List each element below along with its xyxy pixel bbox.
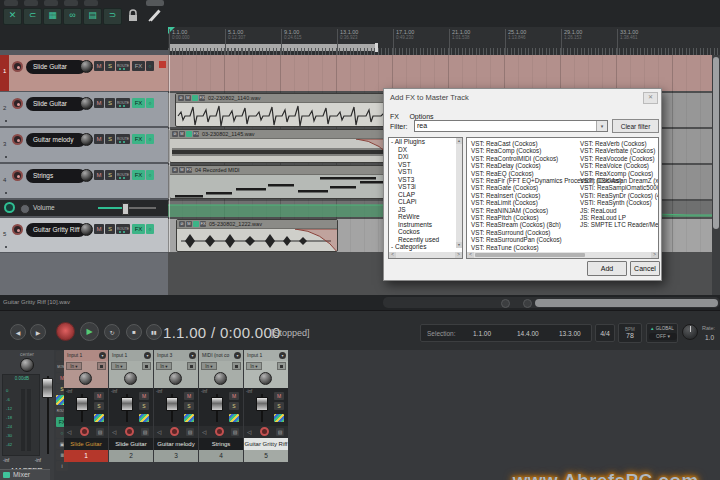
item-lock-icon[interactable]: ⊘: [178, 95, 184, 101]
zoom-out-button[interactable]: [501, 299, 510, 308]
solo-button[interactable]: S: [184, 402, 194, 410]
solo-button[interactable]: S: [139, 402, 149, 410]
input-select[interactable]: Input 1▾: [244, 350, 288, 361]
scrollbar-thumb[interactable]: [535, 299, 718, 307]
track-name[interactable]: Guitar Gritty Riff: [26, 223, 86, 237]
clear-filter-button[interactable]: Clear filter: [612, 119, 659, 133]
pan-knob[interactable]: [80, 223, 93, 236]
pan-knob[interactable]: [80, 97, 93, 110]
strip-name[interactable]: Guitar Gritty Riff: [244, 438, 288, 450]
bpm-box[interactable]: BPM 78: [618, 323, 642, 343]
scroll-left-icon[interactable]: <: [389, 252, 396, 258]
route-button[interactable]: ROUTE: [116, 224, 130, 234]
solo-button[interactable]: S: [105, 98, 115, 108]
fx-button[interactable]: FX: [132, 170, 145, 180]
plugin-entry[interactable]: VST: ReaVerb (Cockos): [580, 140, 659, 147]
global-automation-box[interactable]: ▲ GLOBAL OFF ▾: [646, 323, 678, 343]
rate-value[interactable]: 1.0: [705, 334, 714, 341]
mute-button[interactable]: M: [274, 392, 284, 400]
track-name[interactable]: Slide Guitar: [26, 97, 86, 111]
arrange-vertical-scrollbar[interactable]: [712, 55, 720, 295]
in-button[interactable]: In ▾: [246, 362, 262, 370]
plugin-list[interactable]: VST: ReaCast (Cockos) VST: ReaComp (Cock…: [466, 137, 659, 259]
monitor-icon[interactable]: ◁: [112, 429, 116, 435]
pencil-tool-icon[interactable]: [147, 8, 162, 27]
route-button[interactable]: ROUTE: [116, 98, 130, 108]
fx-button[interactable]: FX: [132, 98, 145, 108]
tree-item[interactable]: Instruments: [389, 221, 462, 229]
ripple-edit-icon[interactable]: ▤: [83, 8, 102, 25]
strip-name[interactable]: Strings: [199, 438, 243, 450]
lock-icon[interactable]: [126, 8, 140, 27]
route-button[interactable]: ROUTE: [116, 134, 130, 144]
plugin-entry[interactable]: VSTi: ReaSynDr (Cockos) (4 out): [580, 192, 659, 199]
plugin-entry[interactable]: VST: ReaSurround (Cockos): [471, 229, 622, 236]
input-select[interactable]: MIDI (not co▾: [199, 350, 243, 361]
solo-button[interactable]: S: [105, 170, 115, 180]
pan-knob[interactable]: [259, 372, 272, 385]
media-item-audio-2[interactable]: ⊘MFX03-230802_1145.wav: [169, 129, 395, 163]
envelope-knob[interactable]: [20, 204, 30, 214]
close-icon[interactable]: ✕: [643, 92, 658, 104]
item-group-icon[interactable]: [192, 95, 198, 101]
mute-button[interactable]: M: [94, 224, 104, 234]
route-button[interactable]: ROUTE: [116, 170, 130, 180]
list-horizontal-scrollbar[interactable]: <>: [467, 252, 658, 258]
plugin-entry[interactable]: JS: SMPTE LTC Reader/Meter: [580, 221, 659, 228]
plugin-entry[interactable]: VSTi: DSK Asian DreamZ (x86) (DSK M: [580, 177, 659, 184]
mixer-strip-1[interactable]: Input 1▾ In ▾ -inf M S ◁ ▨ Slide Guitar …: [64, 350, 108, 468]
strip-number[interactable]: 1: [64, 450, 108, 462]
pan-knob[interactable]: [80, 169, 93, 182]
volume-fader-thumb[interactable]: [76, 397, 88, 411]
arrange-horizontal-scrollbar[interactable]: [383, 297, 720, 308]
save-icon[interactable]: [97, 362, 106, 370]
fx-button[interactable]: FX: [132, 134, 145, 144]
scroll-right-icon[interactable]: >: [651, 252, 658, 258]
strip-number[interactable]: 5: [244, 450, 288, 462]
item-lock-icon[interactable]: ⊘: [172, 131, 178, 137]
record-arm-button[interactable]: [12, 224, 23, 235]
strip-number[interactable]: 3: [154, 450, 198, 462]
in-button[interactable]: In ▾: [156, 362, 172, 370]
zoom-in-button[interactable]: [523, 299, 532, 308]
plugin-entry[interactable]: VST: ReaVocode (Cockos): [580, 155, 659, 162]
track-row-3[interactable]: 3 Guitar melody M S ROUTE FX ○: [0, 128, 168, 162]
pause-button[interactable]: ▮▮: [146, 324, 162, 340]
monitor-icon[interactable]: ◁: [67, 429, 71, 435]
tree-item[interactable]: VSTi: [389, 168, 462, 176]
envelope-tool-icon[interactable]: ⊂: [23, 8, 42, 25]
record-arm-button[interactable]: [12, 170, 23, 181]
in-button[interactable]: In ▾: [111, 362, 127, 370]
mixer-tab[interactable]: Mixer: [0, 469, 50, 480]
plugin-entry[interactable]: VST: ReaVoice (Cockos): [580, 162, 659, 169]
track-row-5[interactable]: 5 Guitar Gritty Riff M S ROUTE FX ○: [0, 218, 168, 252]
save-icon[interactable]: [142, 362, 151, 370]
tree-horizontal-scrollbar[interactable]: <>: [389, 252, 462, 258]
mixer-strip-4[interactable]: MIDI (not co▾ In ▾ -inf M S ◁ ▨ Strings …: [199, 350, 243, 468]
item-group-icon[interactable]: [186, 131, 192, 137]
record-arm-button[interactable]: [125, 427, 134, 436]
pan-knob[interactable]: [80, 60, 93, 73]
mute-button[interactable]: M: [229, 392, 239, 400]
solo-button[interactable]: S: [94, 402, 104, 410]
volume-fader-thumb[interactable]: [166, 397, 178, 411]
envelope-fader[interactable]: [98, 207, 156, 209]
solo-button[interactable]: S: [105, 224, 115, 234]
routing-icon[interactable]: ▨: [231, 428, 239, 436]
item-lock-icon[interactable]: ⊘: [179, 221, 185, 227]
loop-selection-bar[interactable]: [169, 44, 378, 51]
tree-item[interactable]: JS: [389, 206, 462, 214]
route-button[interactable]: ROUTE: [116, 61, 130, 71]
monitor-icon[interactable]: ◁: [202, 429, 206, 435]
record-arm-button[interactable]: [260, 427, 269, 436]
pan-knob[interactable]: [214, 372, 227, 385]
solo-button[interactable]: S: [105, 134, 115, 144]
strip-name[interactable]: Slide Guitar: [109, 438, 153, 450]
theme-stripes-icon[interactable]: [139, 414, 149, 422]
mute-button[interactable]: M: [184, 392, 194, 400]
record-arm-button[interactable]: [12, 134, 23, 145]
routing-icon[interactable]: ▨: [276, 428, 284, 436]
item-group-icon[interactable]: [193, 221, 199, 227]
mute-button[interactable]: M: [94, 61, 104, 71]
theme-stripes-icon[interactable]: [229, 414, 239, 422]
